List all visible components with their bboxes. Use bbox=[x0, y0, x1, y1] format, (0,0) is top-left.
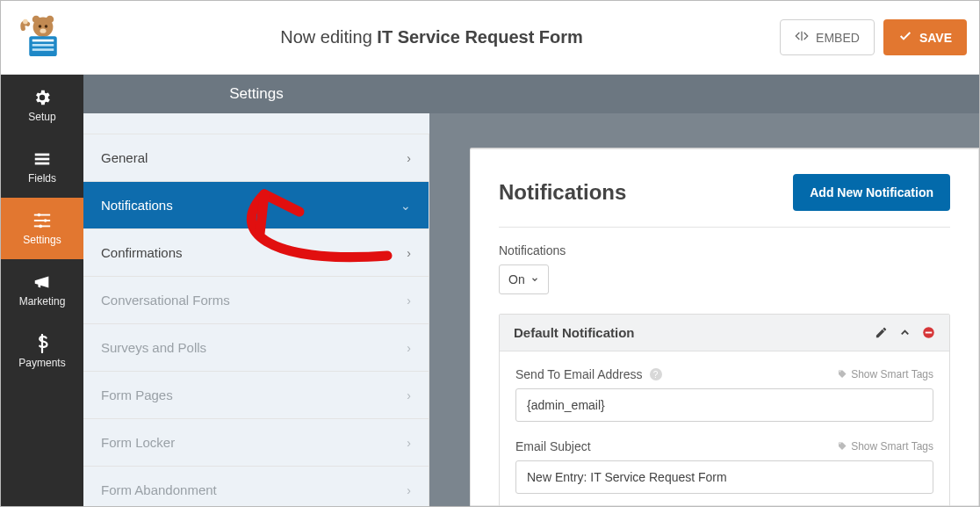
sidebar-item-label: Form Locker bbox=[101, 435, 175, 450]
app-root: Now editing IT Service Request Form EMBE… bbox=[0, 0, 980, 507]
sidebar-item-label: Surveys and Polls bbox=[101, 340, 206, 355]
sidebar-item-surveys-polls[interactable]: Surveys and Polls › bbox=[83, 324, 429, 372]
panel-head: Notifications Add New Notification bbox=[499, 174, 950, 228]
svg-point-1 bbox=[32, 15, 40, 23]
save-label: SAVE bbox=[919, 31, 952, 45]
content-gray: Notifications Add New Notification Notif… bbox=[429, 113, 979, 506]
send-to-input[interactable] bbox=[515, 388, 933, 422]
nav-fields[interactable]: Fields bbox=[1, 136, 83, 198]
sidebar-item-label: General bbox=[101, 150, 148, 165]
svg-point-16 bbox=[38, 214, 41, 217]
row-send-to: Send To Email Address ? Show Smart Tags bbox=[515, 367, 933, 422]
main: Setup Fields Settings Marketing Payments… bbox=[1, 75, 979, 506]
svg-rect-13 bbox=[35, 158, 50, 161]
svg-rect-12 bbox=[35, 154, 50, 156]
embed-label: EMBED bbox=[816, 31, 860, 45]
svg-rect-17 bbox=[34, 220, 50, 221]
sidebar-item-label: Conversational Forms bbox=[101, 293, 230, 308]
nav-settings[interactable]: Settings bbox=[1, 198, 83, 259]
svg-point-20 bbox=[39, 225, 42, 228]
check-icon bbox=[898, 29, 912, 46]
page-title: Now editing IT Service Request Form bbox=[83, 27, 780, 47]
sidebar-item-conversational-forms[interactable]: Conversational Forms › bbox=[83, 277, 429, 324]
card-action-icons bbox=[875, 326, 935, 339]
toggle-label: Notifications bbox=[499, 243, 950, 257]
chevron-right-icon: › bbox=[407, 246, 411, 260]
nav-payments[interactable]: Payments bbox=[1, 321, 83, 382]
show-smart-tags[interactable]: Show Smart Tags bbox=[837, 440, 933, 453]
form-name: IT Service Request Form bbox=[377, 27, 583, 47]
nav-label: Fields bbox=[28, 172, 56, 185]
edit-icon[interactable] bbox=[875, 326, 888, 339]
send-to-label-text: Send To Email Address bbox=[515, 367, 643, 381]
send-to-label: Send To Email Address ? bbox=[515, 367, 662, 381]
svg-point-10 bbox=[23, 18, 28, 24]
add-notification-label: Add New Notification bbox=[810, 185, 933, 199]
sidebar-item-notifications[interactable]: Notifications ⌄ bbox=[83, 182, 429, 229]
nav-label: Setup bbox=[28, 111, 55, 123]
sidebar-spacer bbox=[83, 113, 429, 134]
help-icon[interactable]: ? bbox=[650, 368, 662, 380]
svg-point-18 bbox=[44, 219, 47, 222]
sidebar-item-form-abandonment[interactable]: Form Abandonment › bbox=[83, 467, 429, 506]
sidebar-item-label: Form Pages bbox=[101, 387, 173, 402]
subject-label: Email Subject bbox=[515, 439, 591, 453]
notifications-panel: Notifications Add New Notification Notif… bbox=[470, 148, 979, 506]
nav-label: Payments bbox=[18, 357, 65, 369]
svg-rect-22 bbox=[926, 332, 933, 334]
topbar: Now editing IT Service Request Form EMBE… bbox=[1, 1, 979, 75]
row-subject: Email Subject Show Smart Tags bbox=[515, 439, 933, 494]
svg-rect-14 bbox=[35, 163, 50, 165]
svg-point-4 bbox=[45, 25, 48, 28]
sidebar-item-label: Notifications bbox=[101, 198, 173, 213]
sidebar-item-form-locker[interactable]: Form Locker › bbox=[83, 419, 429, 467]
sidebar-item-confirmations[interactable]: Confirmations › bbox=[83, 229, 429, 277]
nav-label: Marketing bbox=[19, 295, 66, 308]
card-head: Default Notification bbox=[500, 315, 949, 351]
nav-marketing[interactable]: Marketing bbox=[1, 259, 83, 321]
sidebar-item-general[interactable]: General › bbox=[83, 134, 429, 182]
logo bbox=[13, 8, 73, 68]
chevron-right-icon: › bbox=[407, 436, 411, 450]
collapse-icon[interactable] bbox=[898, 326, 912, 339]
svg-point-5 bbox=[40, 28, 47, 33]
delete-icon[interactable] bbox=[922, 326, 935, 339]
svg-rect-15 bbox=[34, 214, 50, 216]
content-wrap: Notifications Add New Notification Notif… bbox=[429, 75, 979, 506]
chevron-right-icon: › bbox=[407, 483, 411, 497]
smart-tags-label: Show Smart Tags bbox=[851, 368, 933, 380]
sidebar-item-label: Form Abandonment bbox=[101, 482, 217, 497]
notifications-toggle-block: Notifications On bbox=[499, 228, 950, 294]
svg-rect-9 bbox=[32, 48, 54, 51]
svg-point-2 bbox=[47, 15, 54, 23]
chevron-right-icon: › bbox=[407, 388, 411, 402]
navrail: Setup Fields Settings Marketing Payments bbox=[1, 75, 83, 506]
save-button[interactable]: SAVE bbox=[883, 19, 967, 55]
show-smart-tags[interactable]: Show Smart Tags bbox=[837, 368, 933, 380]
sidebar-item-form-pages[interactable]: Form Pages › bbox=[83, 372, 429, 419]
settings-sidebar: Settings General › Notifications ⌄ Confi… bbox=[83, 75, 429, 506]
settings-sidebar-title: Settings bbox=[83, 75, 429, 113]
chevron-down-icon bbox=[530, 272, 539, 286]
settings-sidebar-list: General › Notifications ⌄ Confirmations … bbox=[83, 134, 429, 506]
sidebar-item-label: Confirmations bbox=[101, 245, 183, 260]
svg-rect-7 bbox=[32, 39, 54, 41]
notifications-toggle[interactable]: On bbox=[499, 264, 549, 294]
nav-label: Settings bbox=[23, 234, 61, 246]
smart-tags-label: Show Smart Tags bbox=[851, 440, 933, 453]
chevron-right-icon: › bbox=[407, 293, 411, 308]
toggle-value: On bbox=[508, 272, 525, 286]
nav-setup[interactable]: Setup bbox=[1, 75, 83, 136]
add-notification-button[interactable]: Add New Notification bbox=[793, 174, 950, 211]
content-topstrip bbox=[429, 75, 979, 113]
card-body: Send To Email Address ? Show Smart Tags bbox=[500, 351, 949, 506]
embed-button[interactable]: EMBED bbox=[780, 19, 875, 55]
chevron-right-icon: › bbox=[407, 151, 411, 165]
notification-card: Default Notification bbox=[499, 314, 950, 506]
subject-input[interactable] bbox=[515, 460, 933, 494]
chevron-right-icon: › bbox=[407, 341, 411, 355]
code-icon bbox=[795, 29, 809, 46]
svg-rect-8 bbox=[32, 44, 54, 47]
chevron-down-icon: ⌄ bbox=[400, 199, 411, 213]
card-title: Default Notification bbox=[514, 325, 635, 340]
